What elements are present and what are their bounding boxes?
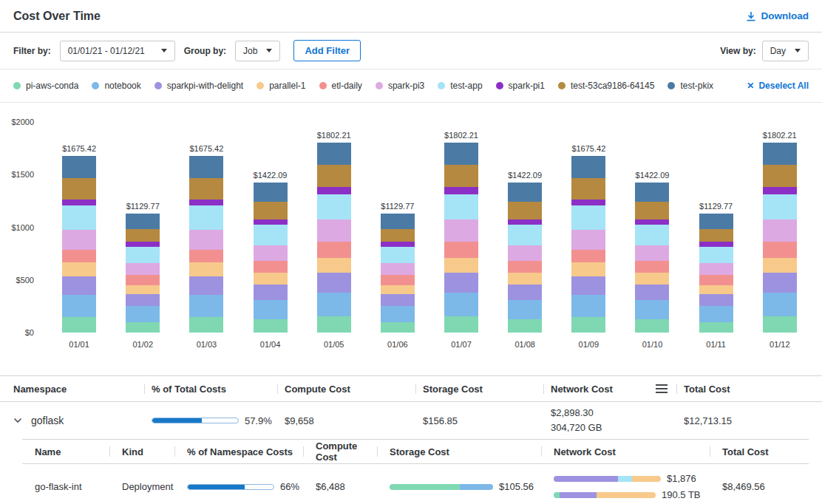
- legend-dot-icon: [438, 82, 445, 89]
- bar-segment-test-app: [635, 225, 669, 245]
- network-usage-value: 304,720 GB: [551, 420, 676, 435]
- col-header-compute[interactable]: Compute Cost: [277, 376, 415, 401]
- legend-label: etl-daily: [332, 81, 362, 91]
- col-header-pct-total[interactable]: % of Total Costs: [144, 376, 277, 401]
- legend-dot-icon: [558, 82, 565, 89]
- chart-bar-01/08[interactable]: $1422.0901/08: [508, 122, 542, 333]
- namespace-cell[interactable]: goflask: [13, 415, 144, 426]
- bar-segment-test-app: [126, 247, 160, 263]
- col-header-pct-namespace[interactable]: % of Namespace Costs: [174, 440, 303, 463]
- col-header-kind[interactable]: Kind: [109, 440, 174, 463]
- bar-total-label: $1129.77: [699, 202, 733, 211]
- chart-bar-01/10[interactable]: $1422.0901/10: [635, 122, 669, 333]
- legend-label: test-app: [450, 81, 482, 91]
- chart-bar-01/01[interactable]: $1675.4201/01: [62, 122, 96, 333]
- bar-total-label: $1422.09: [636, 171, 670, 180]
- bar-segment-test-pkix: [254, 183, 288, 202]
- bar-segment-parallel-1: [189, 262, 223, 276]
- col-header-total[interactable]: Total Cost: [710, 440, 809, 463]
- network-cost-value: $2,898.30: [551, 406, 676, 420]
- bar-segment-pi-aws-conda: [317, 316, 351, 333]
- x-axis-label: 01/06: [387, 340, 408, 349]
- storage-cost-value: $105.56: [499, 481, 534, 492]
- bar-segment-sparkpi-with-delight: [635, 285, 669, 300]
- bar-segment-test-53ca9186-64145: [317, 165, 351, 188]
- legend-item-notebook[interactable]: notebook: [92, 81, 140, 91]
- nested-header-row: Name Kind % of Namespace Costs Compute C…: [22, 439, 809, 464]
- legend-item-test-app[interactable]: test-app: [438, 81, 482, 91]
- bar-segment-etl-daily: [189, 250, 223, 262]
- chart-bars: $1675.4201/01$1129.7701/02$1675.4201/03$…: [47, 122, 812, 333]
- date-range-dropdown[interactable]: 01/01/21 - 01/12/21: [60, 41, 175, 61]
- col-header-network[interactable]: Network Cost: [541, 440, 710, 463]
- legend-dot-icon: [154, 82, 162, 89]
- y-axis-tick: $1000: [11, 223, 34, 232]
- table-header-row: Namespace % of Total Costs Compute Cost …: [0, 376, 822, 402]
- legend-item-spark-pi3[interactable]: spark-pi3: [376, 81, 424, 91]
- legend-item-sparkpi-with-delight[interactable]: sparkpi-with-delight: [154, 81, 243, 91]
- x-axis-label: 01/11: [706, 340, 726, 349]
- network-cost-header-label: Network Cost: [551, 384, 613, 395]
- workload-name[interactable]: go-flask-int: [22, 481, 109, 492]
- bar-segment-parallel-1: [571, 262, 605, 276]
- bar-segment-notebook: [126, 306, 160, 321]
- bar-segment-notebook: [508, 300, 542, 319]
- download-button[interactable]: Download: [746, 10, 809, 21]
- view-by-dropdown[interactable]: Day: [762, 41, 809, 61]
- bar-segment-pi-aws-conda: [571, 317, 605, 333]
- chart-bar-01/04[interactable]: $1422.0901/04: [254, 122, 288, 333]
- compute-cost-value: $6,488: [303, 481, 377, 492]
- nested-workload-table: Name Kind % of Namespace Costs Compute C…: [22, 439, 809, 504]
- col-header-storage[interactable]: Storage Cost: [415, 376, 543, 401]
- group-by-dropdown[interactable]: Job: [235, 41, 280, 61]
- bar-segment-etl-daily: [317, 242, 351, 259]
- col-header-total[interactable]: Total Cost: [676, 376, 809, 401]
- chart-bar-01/12[interactable]: $1802.2101/12: [763, 122, 797, 333]
- bar-segment-sparkpi-with-delight: [317, 273, 351, 292]
- bar-segment-notebook: [62, 295, 96, 317]
- legend-item-test-pkix[interactable]: test-pkix: [668, 81, 713, 91]
- bar-segment-test-pkix: [444, 143, 478, 165]
- legend-item-spark-pi1[interactable]: spark-pi1: [496, 81, 545, 91]
- bar-segment-sparkpi-with-delight: [254, 285, 288, 300]
- bar-segment-parallel-1: [699, 285, 733, 294]
- legend-label: spark-pi3: [388, 81, 424, 91]
- bar-segment-test-53ca9186-64145: [254, 202, 288, 219]
- legend-item-pi-aws-conda[interactable]: pi-aws-conda: [13, 81, 78, 91]
- chart-bar-01/03[interactable]: $1675.4201/03: [189, 122, 223, 333]
- legend-item-parallel-1[interactable]: parallel-1: [257, 81, 305, 91]
- bar-segment-test-pkix: [635, 183, 669, 202]
- storage-cost-value: $156.85: [415, 415, 543, 426]
- bar-segment-spark-pi1: [189, 200, 223, 206]
- bar-segment-spark-pi1: [635, 219, 669, 225]
- download-icon: [746, 11, 756, 21]
- legend-item-etl-daily[interactable]: etl-daily: [319, 81, 362, 91]
- network-cost-cell: $1,876 190.5 TB: [541, 473, 710, 500]
- deselect-all-button[interactable]: ✕ Deselect All: [747, 81, 809, 91]
- bar-segment-spark-pi3: [381, 263, 415, 275]
- chart-bar-01/05[interactable]: $1802.2101/05: [317, 122, 351, 333]
- bar-segment-test-app: [381, 247, 415, 263]
- legend-label: test-53ca9186-64145: [571, 81, 654, 91]
- x-axis-label: 01/01: [69, 340, 89, 349]
- chart-bar-01/09[interactable]: $1675.4201/09: [571, 122, 605, 333]
- col-header-compute[interactable]: Compute Cost: [303, 440, 377, 463]
- bar-segment-test-pkix: [317, 143, 351, 165]
- col-header-storage[interactable]: Storage Cost: [377, 440, 541, 463]
- chart-bar-01/11[interactable]: $1129.7701/11: [699, 122, 733, 333]
- col-header-namespace[interactable]: Namespace: [13, 376, 144, 401]
- legend-dot-icon: [496, 82, 503, 89]
- filter-bar: Filter by: 01/01/21 - 01/12/21 Group by:…: [0, 33, 822, 69]
- chevron-down-icon[interactable]: [13, 418, 22, 423]
- chart-bar-01/06[interactable]: $1129.7701/06: [381, 122, 415, 333]
- col-header-name[interactable]: Name: [22, 440, 109, 463]
- chart-bar-01/07[interactable]: $1802.2101/07: [444, 122, 478, 333]
- bar-segment-test-pkix: [381, 214, 415, 229]
- bar-segment-pi-aws-conda: [62, 317, 96, 333]
- column-settings-icon[interactable]: [656, 384, 668, 393]
- x-axis-label: 01/08: [514, 340, 535, 349]
- chart-bar-01/02[interactable]: $1129.7701/02: [126, 122, 160, 333]
- legend-item-test-53ca9186-64145[interactable]: test-53ca9186-64145: [558, 81, 654, 91]
- col-header-network[interactable]: Network Cost: [543, 376, 676, 401]
- add-filter-button[interactable]: Add Filter: [293, 40, 361, 61]
